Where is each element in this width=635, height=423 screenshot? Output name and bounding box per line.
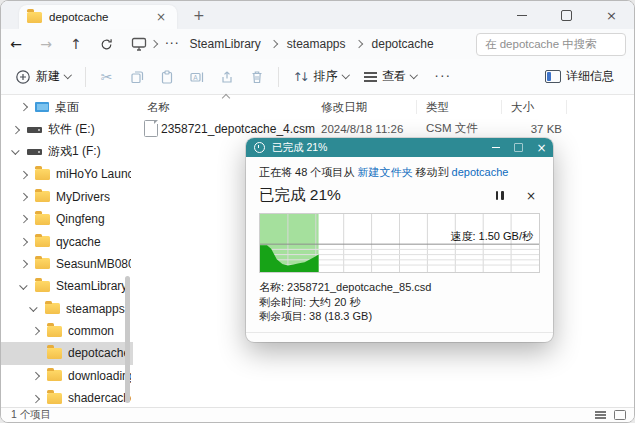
column-header-name[interactable]: 名称: [147, 100, 170, 115]
breadcrumb: ··· SteamLibrary steamapps depotcache: [131, 35, 476, 53]
file-row[interactable]: 2358721_depotcache_4.csm 2024/8/18 11:26…: [137, 119, 630, 138]
chevron-right-icon[interactable]: [31, 396, 41, 402]
plus-circle-icon: [15, 69, 31, 85]
folder-icon: [47, 393, 62, 404]
delete-button[interactable]: [242, 63, 272, 91]
progress-heading: 已完成 21%: [259, 185, 496, 206]
destination-folder-link[interactable]: depotcache: [452, 166, 509, 178]
back-button[interactable]: ←: [1, 36, 31, 52]
chevron-right-icon[interactable]: [19, 239, 29, 245]
new-button[interactable]: 新建: [7, 63, 79, 91]
thumbnail-view-toggle-icon[interactable]: [614, 410, 626, 420]
folder-icon: [47, 348, 62, 359]
pause-button[interactable]: [496, 191, 504, 200]
view-button[interactable]: 查看: [356, 63, 425, 91]
dialog-minimize-button[interactable]: [484, 138, 507, 157]
sidebar-item-steamapps[interactable]: steamapps: [1, 298, 133, 320]
file-move-progress-dialog: 已完成 21% × 正在将 48 个项目从 新建文件夹 移动到 depotcac…: [246, 138, 553, 342]
tab-close-icon[interactable]: ×: [153, 10, 169, 24]
tab-bar: depotcache × + ×: [1, 1, 634, 29]
cancel-button[interactable]: ×: [526, 189, 536, 203]
current-file-name: 名称: 2358721_depotcache_85.csd: [259, 280, 540, 295]
view-lines-icon: [364, 72, 377, 74]
details-view-toggle-icon[interactable]: [595, 411, 606, 413]
view-button-label: 查看: [382, 68, 406, 85]
column-separator[interactable]: [501, 100, 502, 114]
transfer-details: 名称: 2358721_depotcache_85.csd 剩余时间: 大约 2…: [259, 280, 540, 324]
trash-icon: [249, 69, 265, 85]
source-folder-link[interactable]: 新建文件夹: [357, 166, 412, 178]
svg-text:A: A: [193, 73, 198, 80]
chevron-right-icon[interactable]: [11, 127, 21, 133]
chevron-right-icon[interactable]: [31, 328, 41, 334]
share-button[interactable]: [212, 63, 242, 91]
copy-button[interactable]: [122, 63, 152, 91]
navigation-bar: ← → ↑ ··· SteamLibrary steamapps depotca…: [1, 29, 634, 59]
sidebar-item-drive-e[interactable]: 软件 (E:): [1, 118, 133, 140]
breadcrumb-overflow-button[interactable]: ···: [161, 37, 183, 51]
dialog-close-button[interactable]: ×: [530, 138, 553, 157]
chevron-down-icon[interactable]: [29, 307, 39, 311]
chevron-down-icon[interactable]: [11, 150, 21, 154]
details-pane-button[interactable]: 详细信息: [537, 63, 622, 91]
breadcrumb-item-steamapps[interactable]: steamapps: [281, 35, 352, 53]
chevron-right-icon[interactable]: [19, 216, 29, 222]
chevron-right-icon[interactable]: [19, 194, 29, 200]
tab-depotcache[interactable]: depotcache ×: [19, 5, 177, 29]
navigation-pane: 桌面 软件 (E:) 游戏1 (F:) miHoYo Launch MyDriv: [1, 95, 133, 407]
sidebar-item-mihoyo[interactable]: miHoYo Launch: [1, 163, 133, 185]
this-pc-icon[interactable]: [131, 37, 147, 51]
folder-icon: [35, 169, 50, 180]
rename-button[interactable]: A: [182, 63, 212, 91]
window-close-button[interactable]: ×: [589, 1, 634, 29]
sort-ascending-icon: [222, 94, 230, 102]
chevron-down-icon: [64, 71, 72, 79]
sidebar-item-desktop[interactable]: 桌面: [1, 96, 133, 118]
sidebar-item-shadercache[interactable]: shadercache: [1, 387, 133, 407]
sidebar-item-common[interactable]: common: [1, 320, 133, 342]
folder-icon: [35, 281, 50, 292]
column-header-modified[interactable]: 修改日期: [321, 100, 367, 115]
column-separator[interactable]: [416, 100, 417, 114]
chevron-placeholder: [31, 351, 41, 356]
chevron-down-icon: [410, 71, 418, 79]
sidebar-item-downloading[interactable]: downloading: [1, 365, 133, 387]
chevron-right-icon: [150, 40, 158, 48]
sort-arrows-icon: ↑↓: [293, 70, 307, 84]
breadcrumb-item-steamlibrary[interactable]: SteamLibrary: [183, 35, 266, 53]
cut-button[interactable]: ✂: [92, 63, 122, 91]
window-maximize-button[interactable]: [544, 1, 589, 29]
new-tab-button[interactable]: +: [187, 6, 211, 24]
paste-button[interactable]: [152, 63, 182, 91]
sidebar-item-steamlibrary[interactable]: SteamLibrary: [1, 275, 133, 297]
chevron-right-icon[interactable]: [31, 373, 41, 379]
forward-button[interactable]: →: [31, 36, 61, 52]
column-header-type[interactable]: 类型: [426, 100, 449, 115]
dialog-titlebar[interactable]: 已完成 21% ×: [246, 138, 553, 157]
breadcrumb-item-depotcache[interactable]: depotcache: [366, 35, 440, 53]
search-input[interactable]: [476, 33, 626, 56]
new-button-label: 新建: [36, 68, 60, 85]
sidebar-item-qingfeng[interactable]: Qingfeng: [1, 208, 133, 230]
chevron-right-icon[interactable]: [19, 261, 29, 267]
up-button[interactable]: ↑: [61, 36, 91, 52]
drive-icon: [27, 149, 42, 155]
folder-icon: [47, 326, 62, 337]
refresh-button[interactable]: [91, 37, 121, 52]
sidebar-item-mydrivers[interactable]: MyDrivers: [1, 186, 133, 208]
chevron-right-icon[interactable]: [19, 172, 29, 178]
sidebar-item-depotcache[interactable]: depotcache: [1, 342, 133, 364]
sidebar-scrollbar[interactable]: [125, 276, 130, 403]
chevron-down-icon[interactable]: [19, 285, 29, 289]
sort-button[interactable]: ↑↓ 排序: [285, 63, 357, 91]
sidebar-item-qycache[interactable]: qycache: [1, 230, 133, 252]
more-options-button[interactable]: ···: [425, 69, 462, 84]
sidebar-item-drive-f[interactable]: 游戏1 (F:): [1, 141, 133, 163]
window-minimize-button[interactable]: [499, 1, 544, 29]
fewer-details-toggle[interactable]: 简略信息: [259, 333, 540, 343]
document-icon: [144, 120, 158, 137]
sidebar-item-seasunmb0803[interactable]: SeasunMB0803: [1, 253, 133, 275]
chevron-right-icon[interactable]: [19, 104, 29, 110]
column-header-size[interactable]: 大小: [511, 100, 534, 115]
column-separator[interactable]: [566, 100, 567, 114]
